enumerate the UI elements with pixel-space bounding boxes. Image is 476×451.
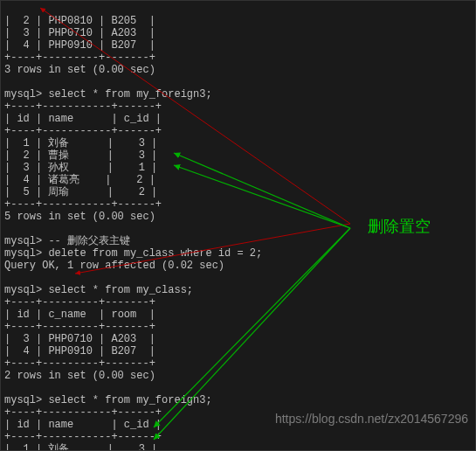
row: | 4 | 诸葛亮 | 2 | — [4, 174, 155, 186]
sep: +----+-----------+------+ — [4, 406, 162, 419]
sep: +----+---------+-------+ — [4, 52, 155, 64]
prompt: mysql> delete from my_class where id = 2… — [4, 247, 262, 260]
sep: +----+---------+-------+ — [4, 296, 155, 309]
result: Query OK, 1 row affected (0.02 sec) — [4, 260, 224, 272]
row: | 2 | 曹操 | 3 | — [4, 149, 157, 162]
row: | 4 | PHP0910 | B207 | — [4, 39, 155, 52]
sep: +----+-----------+------+ — [4, 431, 162, 443]
sep: +----+-----------+------+ — [4, 198, 162, 211]
prompt: mysql> select * from my_class; — [4, 284, 193, 296]
watermark: https://blog.csdn.net/zx2014567296 — [275, 412, 468, 426]
header: | id | c_name | room | — [4, 309, 155, 321]
footer: 5 rows in set (0.00 sec) — [4, 211, 155, 223]
row: | 1 | 刘备 | 3 | — [4, 443, 157, 451]
sep: +----+---------+-------+ — [4, 321, 155, 333]
prompt: mysql> select * from my_foreign3; — [4, 88, 212, 101]
sep: +----+-----------+------+ — [4, 125, 162, 137]
row: | 3 | PHP0710 | A203 | — [4, 333, 155, 345]
row: | 3 | PHP0710 | A203 | — [4, 27, 155, 39]
sep: +----+-----------+------+ — [4, 101, 162, 113]
row: | 1 | 刘备 | 3 | — [4, 137, 157, 149]
header: | id | name | c_id | — [4, 113, 162, 125]
prompt: mysql> select * from my_foreign3; — [4, 394, 212, 406]
row: | 3 | 孙权 | 1 | — [4, 162, 157, 174]
footer: 2 rows in set (0.00 sec) — [4, 370, 155, 382]
footer: 3 rows in set (0.00 sec) — [4, 64, 155, 76]
row: | 5 | 周瑜 | 2 | — [4, 186, 157, 198]
row: | 2 | PHP0810 | B205 | — [4, 15, 155, 27]
row: | 4 | PHP0910 | B207 | — [4, 345, 155, 357]
header: | id | name | c_id | — [4, 419, 162, 431]
annotation-label: 删除置空 — [368, 216, 431, 237]
comment: mysql> -- 删除父表主键 — [4, 235, 130, 247]
sep: +----+---------+-------+ — [4, 357, 155, 370]
